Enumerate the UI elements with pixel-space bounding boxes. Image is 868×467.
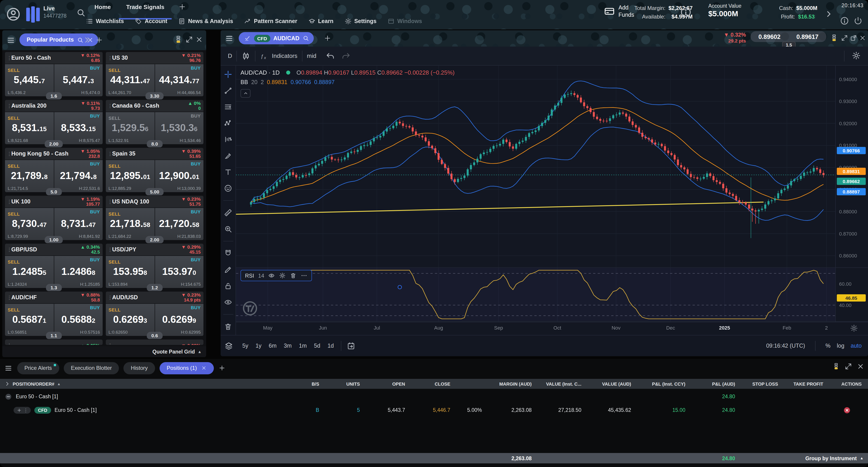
log-scale-button[interactable]: log	[837, 343, 844, 349]
quote-tile-canada-60-cash[interactable]: ⋮ Canada 60 - Cash ▲ 0%0 SELL 1,529.56 L…	[106, 100, 204, 144]
buy-button[interactable]: BUY 5,447.3 H:5,474.0	[54, 64, 103, 96]
sell-button[interactable]: SELL 8,730.47 L:8,729.99	[5, 208, 54, 240]
menu-learn[interactable]: Learn	[308, 18, 333, 25]
drag-handle-icon[interactable]: ⋮	[107, 294, 112, 301]
close-panel-icon[interactable]	[859, 34, 866, 41]
expand-icon[interactable]	[841, 34, 848, 41]
tile-header[interactable]: ⋮ UK 100 ▼ 1.19%105.77	[5, 196, 103, 208]
hide-drawings-icon[interactable]	[224, 298, 232, 307]
search-icon[interactable]	[303, 35, 309, 41]
add-workspace-tab-icon[interactable]	[178, 3, 186, 11]
drag-handle-icon[interactable]: ⋮	[107, 55, 112, 61]
drag-handle-icon[interactable]: ⋮	[107, 151, 112, 157]
add-chart-tab-icon[interactable]	[324, 34, 331, 42]
tab-positions-1-[interactable]: Positions (1)	[160, 362, 214, 374]
popout-icon[interactable]	[850, 34, 857, 41]
tile-header[interactable]: ⋮ Spain 35 ▼ 0.39%51.65	[106, 148, 204, 160]
fib-lines-tool-icon[interactable]	[224, 103, 232, 111]
quote-tile-uk-100[interactable]: ⋮ UK 100 ▼ 1.19%105.77 SELL 8,730.47 L:8…	[5, 196, 103, 240]
interval-button[interactable]: D	[228, 53, 232, 59]
power-icon[interactable]	[854, 16, 863, 25]
expand-rows-icon[interactable]	[4, 381, 10, 386]
collapse-group-icon[interactable]	[4, 393, 12, 400]
group-by-button[interactable]: Group by Instrument▲	[805, 456, 864, 461]
column-header-open[interactable]: OPEN	[366, 381, 411, 386]
add-funds-button[interactable]: Add Funds	[604, 4, 638, 19]
buy-button[interactable]: BUY 21,794.8 H:22,531.6	[54, 160, 103, 192]
quote-tile-usd-jpy[interactable]: ⋮ USD/JPY ▼ 0.29%45.15 SELL 153.958 L:15…	[106, 244, 204, 288]
column-header-p-l-inst-ccy-[interactable]: P&L (Inst. CCY)	[638, 381, 692, 386]
edit-drawing-icon[interactable]	[224, 266, 232, 274]
quote-tile-aud-usd[interactable]: ⋮ AUD/USD ▼ 0.23%14.9 pts SELL 0.62693 L…	[106, 291, 204, 336]
tile-header[interactable]: ⋮ GBP/USD ▲ 0.34%42.5	[5, 244, 103, 255]
sell-button[interactable]: SELL 5,445.7 L:5,436.2	[5, 64, 54, 96]
tile-header[interactable]: ⋮ AUD/USD ▼ 0.23%14.9 pts	[106, 291, 204, 303]
percent-scale-button[interactable]: %	[826, 343, 831, 349]
layout-columns-icon[interactable]	[830, 34, 838, 42]
quote-tile-us-30[interactable]: ⋮ US 30 ▼ 0.21%96.76 SELL 44,311.47 L:44…	[106, 52, 204, 96]
chart-type-icon[interactable]	[242, 51, 251, 60]
tab-trade-signals[interactable]: Trade Signals	[124, 1, 166, 15]
buy-button[interactable]: BUY 0.62699 H:0.62995	[155, 304, 204, 336]
close-tab-icon[interactable]	[202, 365, 207, 371]
drag-handle-icon[interactable]: ⋮	[7, 103, 11, 109]
auto-scale-button[interactable]: auto	[850, 343, 862, 349]
buy-button[interactable]: BUY 12,900.01 H:13,000.39	[155, 160, 204, 192]
menu-settings[interactable]: Settings	[344, 18, 377, 25]
tile-header[interactable]: ⋮ US NDAQ 100 ▼ 0.23%51.75	[106, 196, 204, 208]
legend-collapse-button[interactable]	[241, 89, 250, 98]
xabcd-pattern-tool-icon[interactable]	[224, 119, 232, 127]
quote-menu-icon[interactable]	[7, 36, 15, 44]
timeframe-5d[interactable]: 5d	[310, 341, 324, 351]
tab-history[interactable]: History	[124, 362, 155, 374]
close-panel-icon[interactable]	[857, 363, 864, 370]
account-info-icon[interactable]	[680, 6, 692, 18]
drag-handle-icon[interactable]: ⋮	[107, 199, 112, 205]
chart-sell-price[interactable]: 0.89602	[758, 33, 780, 40]
drag-handle-icon[interactable]: ⋮	[107, 103, 112, 109]
chart-x-axis[interactable]: MayJunJulAugSepOctNovDec2025Feb2	[236, 322, 868, 335]
column-header-stop-loss[interactable]: STOP LOSS	[741, 381, 784, 386]
sell-button[interactable]: SELL 44,311.47 L:44,261.70	[106, 64, 154, 96]
rsi-indicator-label[interactable]: RSI14	[241, 270, 312, 281]
quote-tile-spain-35[interactable]: ⋮ Spain 35 ▼ 0.39%51.65 SELL 12,895.01 L…	[106, 148, 204, 192]
quote-tile-us-ndaq-100[interactable]: ⋮ US NDAQ 100 ▼ 0.23%51.75 SELL 21,718.5…	[106, 196, 204, 240]
chevrons-icon[interactable]	[84, 36, 91, 44]
measure-tool-icon[interactable]	[224, 209, 232, 217]
remove-drawings-icon[interactable]	[224, 322, 232, 331]
timeframe-1m[interactable]: 1m	[295, 341, 310, 351]
chart-price-buttons[interactable]: 0.89602 0.89617	[750, 31, 827, 42]
more-icon[interactable]	[301, 272, 308, 279]
buy-button[interactable]: BUY 153.970 H:154.675	[155, 256, 204, 288]
quote-tile-aud-chf[interactable]: ⋮ AUD/CHF ▼ 0.88%50.8 SELL 0.56871 L:0.5…	[5, 291, 103, 336]
sell-button[interactable]: SELL 1.24855 L:1.24324	[5, 256, 54, 288]
column-header-take-profit[interactable]: TAKE PROFIT	[784, 381, 830, 386]
info-icon[interactable]	[840, 16, 849, 25]
sell-button[interactable]: SELL 0.56871 L:0.56851	[5, 304, 54, 336]
chart-symbol-tab[interactable]: CFD AUD/CAD	[239, 32, 314, 44]
timeframe-1d[interactable]: 1d	[324, 341, 338, 351]
tab-home[interactable]: Home	[93, 1, 113, 15]
tab-price-alerts[interactable]: Price Alerts	[17, 362, 59, 374]
quote-tile-gbp-usd[interactable]: ⋮ GBP/USD ▲ 0.34%42.5 SELL 1.24855 L:1.2…	[5, 244, 103, 288]
lock-drawings-icon[interactable]	[224, 282, 232, 290]
chevron-right-icon[interactable]	[825, 10, 833, 18]
tile-header[interactable]: ⋮ Australia 200 ▼ 0.11%9.73	[5, 100, 103, 112]
buy-button[interactable]: BUY 1,530.36 H:1,534.46	[155, 112, 204, 144]
magnet-tool-icon[interactable]	[224, 249, 232, 258]
gear-icon[interactable]	[279, 272, 286, 279]
tile-header[interactable]: ⋮ Euro 50 - Cash ▼ 0.12%6.85	[5, 52, 103, 64]
close-position-icon[interactable]	[843, 406, 851, 414]
position-group-row[interactable]: Euro 50 - Cash [1] 24.80	[0, 391, 868, 402]
position-row[interactable]: ⋮ CFD Euro 50 - Cash [1] B 5 5,443.7 5,4…	[0, 404, 868, 416]
drag-handle-icon[interactable]: ⋮	[7, 294, 11, 301]
column-header-units[interactable]: UNITS	[326, 381, 366, 386]
emoji-tool-icon[interactable]	[224, 184, 232, 193]
crosshair-tool-icon[interactable]	[224, 70, 232, 79]
bottom-menu-icon[interactable]	[4, 364, 12, 372]
add-bottom-tab-icon[interactable]	[219, 364, 226, 372]
search-icon[interactable]	[77, 36, 84, 43]
chart-canvas[interactable]: 0.940000.930000.920000.910000.900000.890…	[221, 66, 868, 335]
add-tab-icon[interactable]	[95, 36, 103, 44]
tab-execution-blotter[interactable]: Execution Blotter	[64, 362, 119, 374]
